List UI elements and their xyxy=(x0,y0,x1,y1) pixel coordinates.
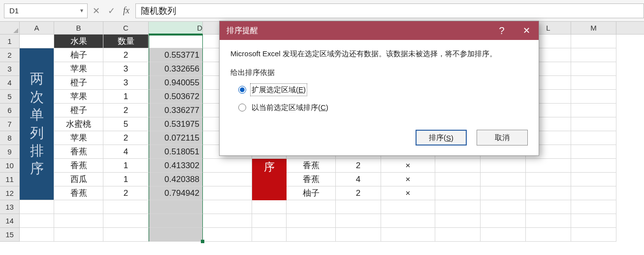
cell[interactable] xyxy=(571,131,616,145)
cell[interactable]: 4 xyxy=(103,145,149,159)
fill-handle[interactable] xyxy=(201,240,204,243)
radio-input-expand[interactable] xyxy=(238,86,246,94)
cell[interactable] xyxy=(435,173,481,186)
cell[interactable] xyxy=(481,214,526,228)
cell[interactable] xyxy=(571,200,616,214)
cell[interactable] xyxy=(203,173,252,186)
row-header[interactable]: 8 xyxy=(0,131,20,145)
cell[interactable] xyxy=(252,228,287,242)
cell[interactable] xyxy=(103,214,149,228)
cancel-entry-icon[interactable]: ✕ xyxy=(93,5,100,16)
fx-icon[interactable]: fx xyxy=(123,5,129,16)
row-header[interactable]: 4 xyxy=(0,76,20,90)
cell[interactable] xyxy=(103,200,149,214)
cell[interactable] xyxy=(381,200,435,214)
cell[interactable] xyxy=(571,214,616,228)
cell[interactable] xyxy=(287,214,336,228)
cell[interactable]: 0.940055 xyxy=(149,76,203,90)
close-icon[interactable]: ✕ xyxy=(514,21,539,40)
cell[interactable] xyxy=(571,48,616,62)
cell[interactable] xyxy=(481,159,526,173)
row-header[interactable]: 7 xyxy=(0,117,20,131)
cell[interactable]: 橙子 xyxy=(54,76,103,90)
column-header[interactable]: B xyxy=(54,22,103,34)
cell[interactable] xyxy=(203,200,252,214)
row-header[interactable]: 11 xyxy=(0,173,20,186)
cell[interactable] xyxy=(435,214,481,228)
cell[interactable]: 苹果 xyxy=(54,90,103,104)
cell[interactable] xyxy=(571,145,616,159)
row-header[interactable]: 12 xyxy=(0,186,20,200)
cell[interactable]: 0.553771 xyxy=(149,48,203,62)
cell[interactable]: 0.503672 xyxy=(149,90,203,104)
cell[interactable]: 2 xyxy=(336,186,381,200)
cell[interactable] xyxy=(20,200,54,214)
select-all-corner[interactable] xyxy=(0,22,20,34)
cell[interactable] xyxy=(571,62,616,76)
cell[interactable] xyxy=(20,214,54,228)
cell[interactable] xyxy=(149,214,203,228)
cell[interactable]: 0.336277 xyxy=(149,104,203,117)
accept-entry-icon[interactable]: ✓ xyxy=(108,5,115,16)
cell[interactable] xyxy=(571,228,616,242)
cell[interactable]: 0.531975 xyxy=(149,117,203,131)
cell[interactable] xyxy=(571,104,616,117)
cell[interactable]: 0.420388 xyxy=(149,173,203,186)
cell[interactable]: 香蕉 xyxy=(54,159,103,173)
cell[interactable]: 数量 xyxy=(103,35,149,48)
radio-option-current[interactable]: 以当前选定区域排序(C) xyxy=(238,101,528,114)
row-header[interactable]: 2 xyxy=(0,48,20,62)
cell[interactable]: 0.794942 xyxy=(149,186,203,200)
row-header[interactable]: 1 xyxy=(0,35,20,48)
cell[interactable] xyxy=(149,200,203,214)
cell[interactable]: 3 xyxy=(103,76,149,90)
cell[interactable] xyxy=(20,228,54,242)
cell[interactable]: 1 xyxy=(103,90,149,104)
cell[interactable]: 香蕉 xyxy=(54,186,103,200)
cell[interactable]: 0.413302 xyxy=(149,159,203,173)
row-header[interactable]: 14 xyxy=(0,214,20,228)
cell[interactable]: 香蕉 xyxy=(287,173,336,186)
cell[interactable]: 1 xyxy=(103,159,149,173)
cell[interactable]: 4 xyxy=(336,173,381,186)
cell[interactable] xyxy=(571,117,616,131)
column-header[interactable]: C xyxy=(103,22,149,34)
cell[interactable]: 0.518051 xyxy=(149,145,203,159)
cell[interactable] xyxy=(526,214,571,228)
cell[interactable]: 香蕉 xyxy=(287,159,336,173)
cell[interactable]: × xyxy=(381,173,435,186)
merged-cell-a[interactable]: 两次单列排序 xyxy=(20,48,54,200)
radio-input-current[interactable] xyxy=(238,104,246,111)
cell[interactable] xyxy=(526,186,571,200)
radio-option-expand[interactable]: 扩展选定区域(E) xyxy=(238,83,528,96)
cell[interactable]: 2 xyxy=(103,131,149,145)
cell[interactable] xyxy=(481,200,526,214)
cell[interactable] xyxy=(336,228,381,242)
cell[interactable]: 0.332656 xyxy=(149,62,203,76)
cell[interactable]: 柚子 xyxy=(54,48,103,62)
cell[interactable] xyxy=(381,214,435,228)
cell[interactable]: × xyxy=(381,159,435,173)
column-header-selected[interactable]: D xyxy=(149,22,203,35)
cell[interactable] xyxy=(203,186,252,200)
cell[interactable] xyxy=(336,200,381,214)
name-box[interactable]: D1 ▼ xyxy=(4,3,88,18)
cell[interactable]: × xyxy=(381,186,435,200)
formula-input[interactable]: 随机数列 xyxy=(135,3,644,18)
cell[interactable]: 水果 xyxy=(54,35,103,48)
cell[interactable]: 西瓜 xyxy=(54,173,103,186)
cell[interactable] xyxy=(203,159,252,173)
chevron-down-icon[interactable]: ▼ xyxy=(79,8,84,13)
column-header[interactable]: A xyxy=(20,22,54,34)
cell[interactable] xyxy=(336,214,381,228)
merged-cell-f[interactable]: 序 xyxy=(252,159,287,200)
help-icon[interactable]: ? xyxy=(489,21,514,40)
row-header[interactable]: 15 xyxy=(0,228,20,242)
cell[interactable] xyxy=(435,228,481,242)
cancel-button[interactable]: 取消 xyxy=(477,130,528,146)
dialog-titlebar[interactable]: 排序提醒 ? ✕ xyxy=(220,21,539,40)
cell[interactable]: 2 xyxy=(103,186,149,200)
cell[interactable] xyxy=(252,214,287,228)
cell[interactable] xyxy=(54,200,103,214)
cell[interactable]: 1 xyxy=(103,173,149,186)
